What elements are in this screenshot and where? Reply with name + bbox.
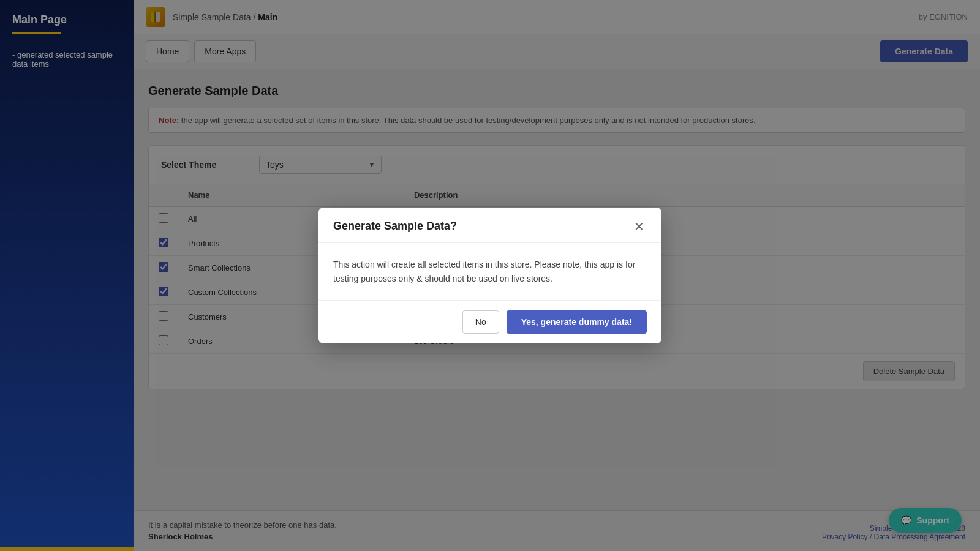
generate-modal: Generate Sample Data? ✕ This action will… <box>318 208 662 343</box>
modal-no-button[interactable]: No <box>462 310 499 334</box>
modal-yes-button[interactable]: Yes, generate dummy data! <box>507 310 647 334</box>
modal-overlay: Generate Sample Data? ✕ This action will… <box>0 0 980 551</box>
modal-title: Generate Sample Data? <box>333 220 457 233</box>
modal-close-button[interactable]: ✕ <box>631 220 647 233</box>
modal-body: This action will create all selected ite… <box>318 243 662 300</box>
modal-footer: No Yes, generate dummy data! <box>318 300 662 343</box>
modal-header: Generate Sample Data? ✕ <box>318 208 662 243</box>
